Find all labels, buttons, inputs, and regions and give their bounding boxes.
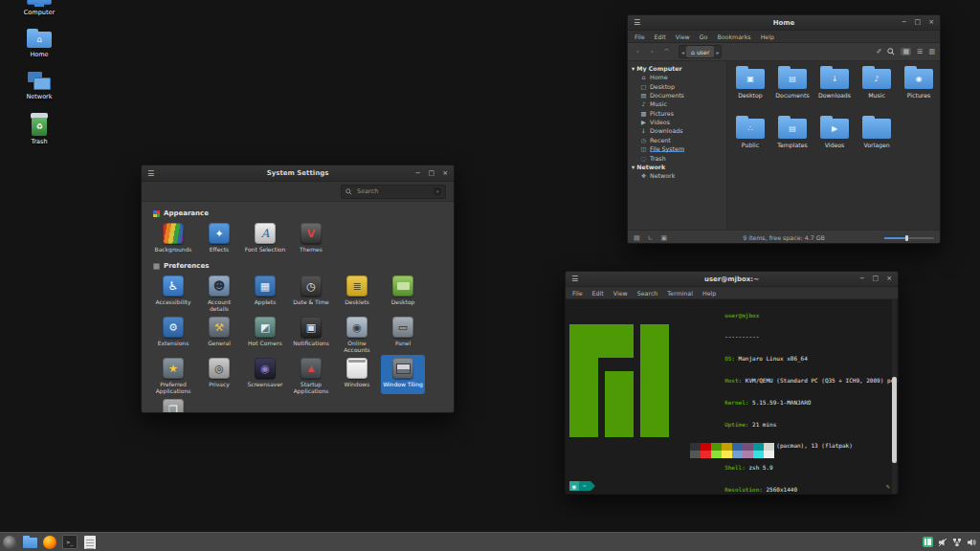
- settings-tile[interactable]: Privacy: [197, 355, 241, 394]
- maximize-button[interactable]: □: [429, 166, 435, 181]
- network-workgroup-icon[interactable]: [952, 538, 962, 547]
- settings-tile[interactable]: Themes: [289, 220, 333, 258]
- crumb-right-icon[interactable]: ▸: [714, 49, 721, 55]
- menu-launcher-button[interactable]: [2, 535, 17, 550]
- hamburger-menu-icon[interactable]: ☰: [147, 169, 154, 178]
- file-manager-launcher-button[interactable]: [22, 535, 37, 550]
- sidebar-place[interactable]: ◫ File System: [628, 144, 726, 153]
- sidebar-place[interactable]: ▢ Desktop: [628, 81, 726, 90]
- settings-tile[interactable]: Preferred Applications: [151, 355, 195, 394]
- terminal-content[interactable]: user@mjbox ---------- OS: Manjaro Linux …: [566, 299, 898, 494]
- grid-view-icon[interactable]: ▦: [901, 48, 911, 55]
- maximize-button[interactable]: □: [915, 15, 922, 30]
- settings-tile[interactable]: Accessibility: [151, 273, 195, 312]
- file-item[interactable]: ↓ Downloads: [813, 69, 856, 99]
- search-input[interactable]: [355, 187, 426, 196]
- zoom-slider[interactable]: [884, 237, 934, 239]
- fm-titlebar[interactable]: ☰ Home − □ ×: [628, 15, 940, 31]
- settings-tile[interactable]: Desklets: [335, 273, 379, 312]
- minimize-button[interactable]: −: [902, 15, 907, 30]
- settings-tile[interactable]: Applets: [243, 273, 287, 312]
- settings-tile[interactable]: Startup Applications: [289, 355, 333, 394]
- sidebar-place[interactable]: ⌂ Home: [628, 73, 726, 81]
- settings-tile[interactable]: Notifications: [289, 314, 333, 353]
- statusbar-toggle-icon[interactable]: ▣: [661, 234, 668, 242]
- desktop-icon[interactable]: Computer: [15, 0, 63, 16]
- menu-item[interactable]: Terminal: [667, 290, 693, 297]
- breadcrumb-user-segment[interactable]: ⌂ user: [686, 46, 714, 57]
- statusbar-toggle-icon[interactable]: ▤: [634, 234, 640, 242]
- desktop-icon[interactable]: Trash: [15, 113, 63, 145]
- menu-item[interactable]: File: [635, 33, 645, 40]
- settings-tile[interactable]: Date & Time: [289, 273, 333, 312]
- menu-item[interactable]: Help: [761, 33, 774, 40]
- hamburger-menu-icon[interactable]: ☰: [634, 18, 640, 27]
- settings-titlebar[interactable]: ☰ System Settings − □ ×: [142, 165, 454, 182]
- menu-item[interactable]: Bookmarks: [717, 33, 750, 40]
- sidebar-place[interactable]: ♪ Music: [628, 99, 726, 108]
- desktop-icon[interactable]: Network: [15, 71, 63, 100]
- settings-tile[interactable]: Windows: [335, 355, 379, 394]
- compact-view-icon[interactable]: ▥: [928, 48, 935, 55]
- forward-icon[interactable]: ›: [647, 48, 657, 55]
- statusbar-toggle-icon[interactable]: ∟: [648, 234, 654, 242]
- file-item[interactable]: ▣ Desktop: [729, 69, 771, 99]
- file-item[interactable]: ▤ Documents: [771, 69, 813, 99]
- terminal-scrollbar[interactable]: [892, 299, 897, 494]
- settings-tile[interactable]: Desktop: [381, 273, 425, 312]
- settings-tile[interactable]: Extensions: [151, 314, 195, 353]
- settings-tile[interactable]: Account details: [197, 273, 241, 312]
- file-item[interactable]: ∴ Public: [729, 119, 771, 148]
- settings-tile[interactable]: Screensaver: [243, 355, 287, 394]
- hamburger-menu-icon[interactable]: ☰: [571, 275, 578, 283]
- menu-item[interactable]: Edit: [592, 290, 604, 297]
- sidebar-place[interactable]: ◷ Recent: [628, 136, 726, 144]
- sidebar-section-network[interactable]: ▾ Network: [628, 163, 726, 171]
- clear-search-icon[interactable]: ×: [434, 187, 441, 195]
- text-editor-launcher-button[interactable]: [82, 535, 98, 550]
- zoom-slider-handle[interactable]: [905, 235, 908, 241]
- menu-item[interactable]: File: [572, 290, 583, 297]
- terminal-titlebar[interactable]: ☰ user@mjbox:~ − □ ×: [566, 272, 898, 287]
- close-button[interactable]: ×: [928, 15, 934, 30]
- settings-tile[interactable]: Backgrounds: [151, 220, 195, 258]
- file-item[interactable]: Vorlagen: [856, 119, 898, 148]
- firefox-launcher-button[interactable]: [42, 535, 57, 550]
- settings-tile[interactable]: Window Tiling: [381, 355, 425, 394]
- volume-icon[interactable]: [967, 538, 976, 547]
- edit-location-icon[interactable]: ✐: [877, 48, 882, 55]
- search-icon[interactable]: [887, 48, 895, 55]
- file-item[interactable]: ◉ Pictures: [898, 69, 940, 99]
- sidebar-place[interactable]: ❖ Network: [628, 171, 726, 180]
- file-item[interactable]: ▶ Videos: [813, 119, 856, 148]
- list-view-icon[interactable]: ☰: [917, 48, 923, 55]
- up-icon[interactable]: ^: [661, 48, 672, 55]
- minimize-button[interactable]: −: [415, 166, 421, 181]
- settings-tile[interactable]: General: [197, 314, 241, 353]
- file-item[interactable]: ♪ Music: [856, 69, 898, 99]
- menu-item[interactable]: Help: [702, 290, 716, 297]
- sidebar-place[interactable]: ◌ Trash: [628, 153, 726, 162]
- scrollbar-thumb[interactable]: [892, 377, 897, 462]
- menu-item[interactable]: View: [676, 33, 690, 40]
- sidebar-place[interactable]: ▤ Documents: [628, 91, 726, 99]
- menu-item[interactable]: Go: [700, 33, 708, 40]
- menu-item[interactable]: Search: [637, 290, 658, 297]
- sidebar-place[interactable]: ↓ Downloads: [628, 126, 726, 135]
- sidebar-place[interactable]: ▶ Videos: [628, 118, 726, 126]
- sidebar-place[interactable]: ▩ Pictures: [628, 109, 726, 118]
- settings-tile[interactable]: Workspaces: [151, 396, 195, 413]
- speaker-muted-icon[interactable]: [938, 538, 947, 547]
- terminal-launcher-button[interactable]: >_: [62, 535, 78, 550]
- crumb-left-icon[interactable]: ◂: [679, 49, 686, 55]
- maximize-button[interactable]: □: [873, 272, 880, 286]
- file-item[interactable]: ▤ Templates: [771, 119, 813, 148]
- settings-tile[interactable]: Font Selection: [243, 220, 287, 258]
- back-icon[interactable]: ‹: [633, 48, 643, 55]
- settings-tile[interactable]: Effects: [197, 220, 241, 258]
- manjaro-update-tray-icon[interactable]: [923, 537, 933, 547]
- close-button[interactable]: ×: [886, 272, 892, 286]
- settings-tile[interactable]: Panel: [381, 314, 425, 353]
- search-box[interactable]: ×: [341, 185, 446, 199]
- close-button[interactable]: ×: [442, 166, 448, 181]
